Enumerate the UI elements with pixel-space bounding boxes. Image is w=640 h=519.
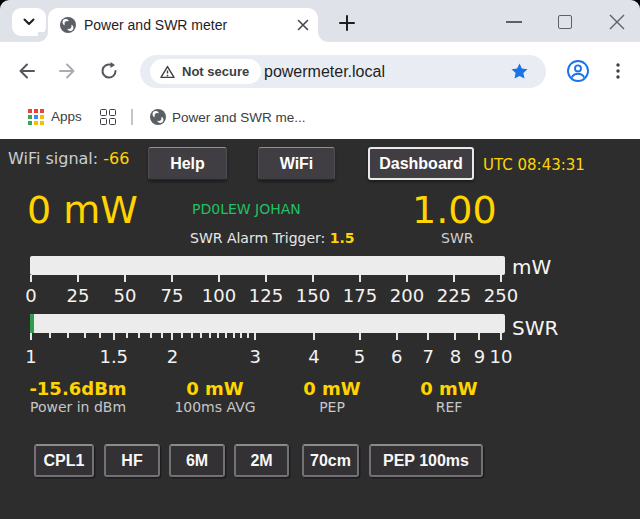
- browser-window: Power and SWR meter Not secure powermete…: [0, 0, 640, 519]
- apps-grid-icon[interactable]: [28, 109, 44, 125]
- band-button-2m[interactable]: 2M: [234, 444, 289, 477]
- bookmarks-separator: [131, 109, 133, 125]
- minimize-button[interactable]: [506, 21, 522, 23]
- bookmark-favicon: [150, 109, 166, 125]
- bookmark-label: Power and SWR me...: [172, 110, 306, 125]
- stat-label-dbm: Power in dBm: [30, 399, 126, 415]
- scale-label: 150: [296, 287, 330, 305]
- major-tick: [171, 333, 173, 340]
- minor-tick: [161, 333, 163, 338]
- minor-tick: [240, 333, 242, 338]
- band-button-cpl1[interactable]: CPL1: [34, 444, 94, 477]
- minor-tick: [99, 333, 101, 338]
- scale-label: 2: [167, 348, 178, 366]
- scale-label: 8: [450, 348, 461, 366]
- url-text[interactable]: powermeter.local: [264, 55, 385, 88]
- major-tick: [171, 275, 173, 282]
- minor-tick: [67, 333, 69, 338]
- scale-label: 50: [114, 287, 137, 305]
- band-button-hf[interactable]: HF: [104, 444, 160, 477]
- bookmark-item[interactable]: Power and SWR me...: [150, 95, 306, 139]
- major-tick: [396, 333, 398, 340]
- reading-list-icon[interactable]: [100, 109, 116, 125]
- stat-value-avg: 0 mW: [186, 378, 243, 399]
- forward-icon[interactable]: [57, 61, 77, 81]
- power-meter-bar: [30, 256, 505, 275]
- scale-label: 6: [391, 348, 402, 366]
- minor-tick: [247, 333, 249, 338]
- power-readout: 0 mW: [27, 188, 138, 232]
- major-tick: [359, 275, 361, 282]
- scale-label: 100: [202, 287, 236, 305]
- window-close-button[interactable]: [609, 14, 625, 30]
- minor-tick: [191, 333, 193, 338]
- swr-sub-label: SWR: [441, 230, 473, 246]
- menu-dots-icon[interactable]: [610, 59, 626, 83]
- chevron-down-icon: [23, 18, 35, 26]
- tab-foot-right: [318, 32, 328, 42]
- major-tick: [453, 275, 455, 282]
- wifi-signal-value: -66: [103, 149, 129, 168]
- new-tab-button[interactable]: [337, 13, 357, 33]
- minor-tick: [49, 333, 51, 338]
- tab-title: Power and SWR meter: [84, 8, 227, 42]
- scale-label: 25: [67, 287, 90, 305]
- stat-value-pep: 0 mW: [303, 378, 360, 399]
- swr-meter-fill: [30, 314, 34, 333]
- minor-tick: [217, 333, 219, 338]
- major-tick: [30, 275, 32, 282]
- dashboard-button[interactable]: Dashboard: [368, 147, 474, 180]
- major-tick: [254, 333, 256, 340]
- back-icon[interactable]: [17, 61, 37, 81]
- help-button[interactable]: Help: [148, 147, 227, 180]
- security-label: Not secure: [182, 64, 249, 79]
- major-tick: [30, 333, 32, 340]
- major-tick: [406, 275, 408, 282]
- apps-label[interactable]: Apps: [51, 95, 82, 139]
- minor-tick: [126, 333, 128, 338]
- bookmarks-bar: Apps Power and SWR me...: [0, 95, 640, 139]
- scale-label: 0: [25, 287, 36, 305]
- scale-label: 125: [249, 287, 283, 305]
- tab-strip: Power and SWR meter: [0, 0, 640, 42]
- reload-icon[interactable]: [99, 61, 119, 81]
- power-meter-unit: mW: [512, 257, 551, 277]
- band-button-6m[interactable]: 6M: [169, 444, 225, 477]
- band-button-pep100ms[interactable]: PEP 100ms: [369, 444, 483, 477]
- minor-tick: [200, 333, 202, 338]
- address-bar[interactable]: Not secure powermeter.local: [140, 55, 546, 88]
- major-tick: [454, 333, 456, 340]
- minor-tick: [209, 333, 211, 338]
- utc-clock: UTC 08:43:31: [483, 156, 585, 174]
- major-tick: [313, 333, 315, 340]
- scale-label: 9: [474, 348, 485, 366]
- major-tick: [124, 275, 126, 282]
- scale-label: 3: [250, 348, 261, 366]
- tab-close-icon[interactable]: [296, 18, 310, 32]
- scale-label: 225: [437, 287, 471, 305]
- scale-label: 10: [490, 348, 513, 366]
- scale-label: 250: [484, 287, 518, 305]
- scale-label: 1: [25, 348, 36, 366]
- maximize-button[interactable]: [558, 15, 572, 29]
- major-tick: [478, 333, 480, 340]
- power-meter-scale: 0255075100125150175200225250: [31, 287, 501, 307]
- profile-icon[interactable]: [566, 59, 590, 83]
- major-tick: [312, 275, 314, 282]
- swr-meter-scale: 11.52345678910: [31, 348, 501, 368]
- scale-label: 7: [422, 348, 433, 366]
- major-tick: [427, 333, 429, 340]
- swr-meter-unit: SWR: [512, 318, 558, 338]
- security-chip[interactable]: Not secure: [150, 59, 261, 84]
- major-tick: [77, 275, 79, 282]
- callsign: PD0LEW JOHAN: [192, 201, 301, 217]
- major-tick: [500, 275, 502, 282]
- bookmark-star-icon[interactable]: [510, 62, 529, 81]
- minor-tick: [138, 333, 140, 338]
- scale-label: 175: [343, 287, 377, 305]
- swr-meter-ticks: [31, 333, 501, 342]
- band-button-70cm[interactable]: 70cm: [302, 444, 359, 477]
- wifi-button[interactable]: WiFi: [258, 147, 335, 180]
- active-tab[interactable]: Power and SWR meter: [48, 8, 318, 42]
- warning-triangle-icon: [160, 65, 175, 79]
